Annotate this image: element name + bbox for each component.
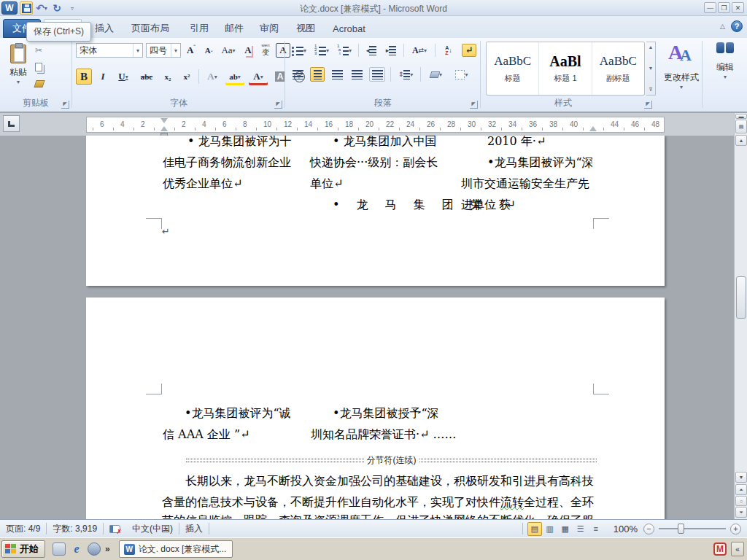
grow-font-button[interactable]: Aˆ	[184, 43, 198, 58]
draft-view-button[interactable]: ≡	[589, 522, 603, 536]
status-bar: 页面: 4/9 字数: 3,919 ✗ 中文(中国) 插入 ▤ ▥ ▦ ☰ ≡ …	[0, 519, 747, 537]
change-styles-button[interactable]: AA 更改样式 ▾	[661, 41, 702, 99]
paragraph-dialog-launcher[interactable]: ◢	[470, 101, 478, 109]
restore-button[interactable]: ❐	[718, 2, 730, 13]
copy-button[interactable]	[35, 61, 67, 74]
strikethrough-button[interactable]: abc	[137, 69, 156, 85]
next-page-icon[interactable]: ⏷	[735, 507, 747, 518]
tab-review[interactable]: 审阅	[251, 19, 287, 38]
gallery-scroll-up-icon[interactable]: ▲	[649, 44, 654, 50]
change-case-button[interactable]: Aa▾	[219, 43, 238, 58]
quick-launch-desktop-icon[interactable]	[53, 542, 66, 556]
cut-button[interactable]: ✂	[35, 44, 67, 57]
help-icon[interactable]: ?	[731, 20, 743, 32]
ruler-band[interactable]: 6422468101214161820222426283032343638404…	[86, 117, 665, 133]
insert-mode-indicator[interactable]: 插入	[179, 520, 209, 537]
tab-view[interactable]: 视图	[287, 19, 324, 38]
shrink-font-button[interactable]: Aˇ	[201, 43, 216, 58]
decrease-indent-button[interactable]: ◂	[364, 44, 379, 57]
zoom-in-icon[interactable]: +	[730, 524, 741, 534]
start-button[interactable]: 开始	[1, 540, 45, 558]
gallery-more-icon[interactable]: ⊽	[649, 87, 652, 93]
quick-launch-player-icon[interactable]	[88, 542, 101, 556]
show-hide-marks-button[interactable]: ↵	[462, 44, 476, 57]
numbering-button[interactable]: 123▾	[313, 44, 330, 57]
first-line-indent-marker[interactable]	[160, 118, 168, 123]
text-effects-button[interactable]: A▾	[204, 69, 221, 85]
paste-button[interactable]: 粘贴 ▾	[4, 42, 32, 95]
page-4[interactable]: • 龙马集团被评为十 佳电子商务物流创新企业 优秀企业单位↵ • 龙马集团加入中…	[86, 136, 665, 286]
tray-collapse-button[interactable]: «	[731, 542, 744, 556]
bullets-button[interactable]: ▾	[290, 44, 308, 57]
gallery-scroll-down-icon[interactable]: ▼	[649, 66, 654, 71]
underline-button[interactable]: U▾	[114, 69, 133, 85]
clear-formatting-button[interactable]: A	[241, 43, 255, 58]
font-size-combo[interactable]: 四号▾	[146, 43, 181, 58]
phonetic-guide-button[interactable]: wén变	[258, 43, 273, 58]
proofing-status[interactable]: ✗	[104, 520, 126, 537]
format-painter-button[interactable]	[35, 77, 67, 90]
justify-button[interactable]	[349, 67, 364, 82]
page-indicator[interactable]: 页面: 4/9	[0, 520, 46, 537]
font-name-combo[interactable]: 宋体▾	[76, 43, 143, 58]
italic-button[interactable]: I	[96, 69, 109, 85]
sort-button[interactable]: AZ↓	[441, 44, 457, 57]
style-item-heading1[interactable]: AaBl 标题 1	[539, 42, 592, 95]
zoom-out-icon[interactable]: −	[643, 524, 654, 534]
subscript-button[interactable]: x₂	[160, 69, 175, 85]
word-count[interactable]: 字数: 3,919	[47, 520, 103, 537]
quick-launch-overflow[interactable]: »	[105, 544, 110, 554]
outline-view-button[interactable]: ☰	[573, 522, 588, 536]
zoom-level[interactable]: 100%	[608, 520, 643, 537]
zoom-slider[interactable]	[659, 528, 726, 529]
tab-acrobat[interactable]: Acrobat	[324, 19, 374, 38]
quick-launch-ie-icon[interactable]: e	[70, 542, 83, 556]
zoom-slider-thumb[interactable]	[678, 524, 684, 534]
tab-mailings[interactable]: 邮件	[216, 19, 252, 38]
minimize-button[interactable]: —	[704, 2, 716, 13]
editing-button[interactable]: 编辑 ▾	[716, 38, 734, 80]
scroll-up-icon[interactable]: ▲	[735, 135, 747, 146]
previous-page-icon[interactable]: ⏶	[735, 484, 747, 495]
font-dialog-launcher[interactable]: ◢	[274, 101, 282, 109]
styles-dialog-launcher[interactable]: ◢	[644, 101, 652, 109]
tab-stop-selector[interactable]	[3, 115, 20, 132]
style-item-title[interactable]: AaBbC 标题	[487, 42, 539, 95]
tab-references[interactable]: 引用	[181, 19, 217, 38]
multilevel-list-button[interactable]: 1 a i▾	[336, 44, 353, 57]
font-color-button[interactable]: A▾	[249, 70, 268, 83]
right-indent-marker[interactable]	[589, 126, 597, 131]
align-right-button[interactable]	[330, 67, 344, 82]
page-5[interactable]: •龙马集团被评为“诚 信 AAA 企业 ”↵ •龙马集团被授予“深 圳知名品牌荣…	[86, 298, 665, 519]
tray-m-icon[interactable]: M	[713, 542, 727, 556]
tab-insert[interactable]: 插入	[86, 19, 123, 38]
fullscreen-reading-view-button[interactable]: ▥	[543, 522, 557, 536]
language-indicator[interactable]: 中文(中国)	[126, 520, 179, 537]
highlight-button[interactable]: ab▾	[225, 70, 244, 83]
clipboard-dialog-launcher[interactable]: ◢	[61, 101, 69, 109]
print-layout-view-button[interactable]: ▤	[527, 522, 542, 536]
hanging-indent-marker[interactable]	[160, 126, 168, 131]
align-center-button[interactable]	[310, 67, 325, 82]
line-spacing-button[interactable]: ⇕▾	[396, 67, 415, 82]
asian-layout-button[interactable]: A⇄▾	[409, 44, 430, 57]
minimize-ribbon-icon[interactable]: △	[720, 23, 725, 30]
superscript-button[interactable]: x²	[179, 69, 194, 85]
select-browse-object-icon[interactable]: ○	[735, 496, 747, 506]
web-layout-view-button[interactable]: ▦	[558, 522, 573, 536]
ruler-toggle-button[interactable]: ▤	[735, 120, 747, 133]
tab-page-layout[interactable]: 页面布局	[123, 19, 178, 38]
vertical-scrollbar[interactable]: ▬ ▤ ▲ ▼ ⏶ ○ ⏷	[734, 113, 747, 519]
style-item-subtitle[interactable]: AaBbC 副标题	[592, 42, 644, 95]
bold-button[interactable]: B	[76, 69, 92, 85]
shading-button[interactable]: ▾	[426, 67, 446, 82]
borders-button[interactable]: ▾	[452, 67, 472, 82]
close-button[interactable]: ✕	[732, 2, 744, 13]
align-left-button[interactable]	[290, 67, 305, 82]
increase-indent-button[interactable]: ▸	[384, 44, 398, 57]
scroll-down-icon[interactable]: ▼	[735, 472, 747, 483]
distribute-button[interactable]	[369, 67, 385, 82]
scrollbar-thumb[interactable]	[736, 276, 746, 319]
task-button-word[interactable]: W 论文. docx [兼容模式...	[119, 540, 233, 558]
split-handle[interactable]: ▬	[735, 114, 747, 119]
